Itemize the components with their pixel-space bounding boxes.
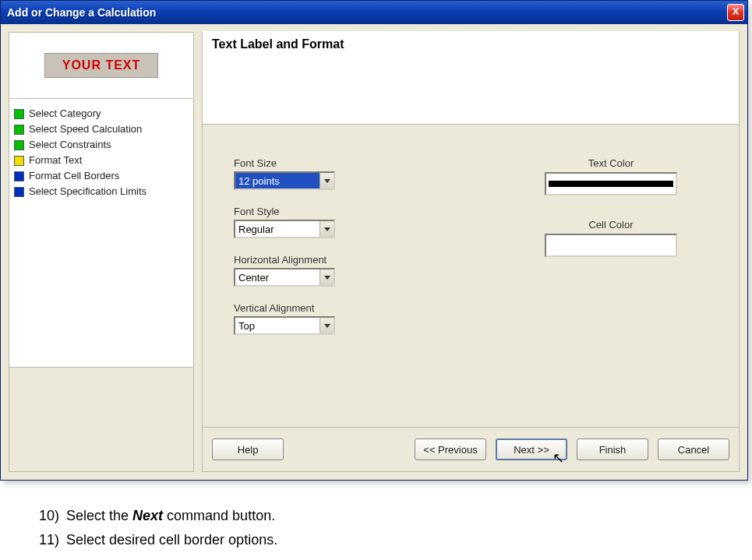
close-button[interactable]: X: [727, 4, 744, 21]
next-button[interactable]: Next >> ↖: [496, 438, 567, 460]
instruction-step: Select desired cell border options.: [39, 528, 752, 552]
wizard-step[interactable]: Select Constraints: [14, 138, 189, 152]
preview-text: YOUR TEXT: [44, 53, 159, 78]
dropdown-value: Top: [238, 320, 255, 332]
button-bar: Help << Previous Next >> ↖ Finish Cancel: [203, 427, 739, 471]
step-status-icon: [14, 109, 24, 119]
step-status-icon: [14, 125, 24, 135]
step-label: Select Specification Limits: [29, 185, 147, 199]
chevron-down-icon: [320, 269, 334, 285]
cell-color-field: Cell Color: [514, 219, 708, 257]
text-color-picker[interactable]: [545, 172, 677, 195]
form-right-col: Text Color Cell Color: [436, 157, 708, 411]
section-heading: Text Label and Format: [212, 37, 344, 51]
instruction-step: Select the Next command button.: [39, 504, 752, 528]
step-status-icon: [14, 171, 24, 181]
dialog-body: YOUR TEXT Select Category Select Speed C…: [1, 24, 747, 480]
v-align-dropdown[interactable]: Top: [234, 316, 335, 335]
dropdown-value: 12 points: [238, 175, 280, 187]
step-label: Select Constraints: [29, 138, 111, 152]
form-left-col: Font Size 12 points Font Style Regular: [234, 157, 436, 411]
chevron-down-icon: [320, 318, 334, 333]
finish-button[interactable]: Finish: [577, 438, 648, 460]
h-align-label: Horizontal Alignment: [234, 254, 436, 266]
font-size-dropdown[interactable]: 12 points: [234, 171, 335, 190]
wizard-steps-panel: Select Category Select Speed Calculation…: [9, 99, 194, 368]
help-button[interactable]: Help: [212, 438, 284, 460]
v-align-label: Vertical Alignment: [234, 302, 436, 314]
instruction-text: Select the Next command button. Select d…: [39, 504, 752, 551]
left-column: YOUR TEXT Select Category Select Speed C…: [9, 32, 194, 472]
cancel-button[interactable]: Cancel: [658, 438, 729, 460]
vertical-alignment-field: Vertical Alignment Top: [234, 302, 436, 335]
wizard-step[interactable]: Format Cell Borders: [14, 169, 189, 183]
cursor-icon: ↖: [553, 449, 564, 467]
step-label: Format Cell Borders: [29, 169, 119, 183]
step-label: Select Category: [29, 107, 101, 121]
wizard-step[interactable]: Format Text: [14, 153, 189, 167]
text-color-field: Text Color: [514, 157, 708, 195]
step-label: Format Text: [29, 153, 82, 167]
font-size-label: Font Size: [234, 157, 436, 169]
font-style-dropdown[interactable]: Regular: [234, 220, 335, 238]
step-status-icon: [14, 140, 24, 150]
text-color-sample: [549, 181, 673, 187]
section-header: Text Label and Format: [203, 31, 739, 125]
format-form: Font Size 12 points Font Style Regular: [203, 134, 739, 427]
previous-button[interactable]: << Previous: [415, 438, 486, 460]
chevron-down-icon: [320, 173, 334, 188]
dialog-window: Add or Change a Calculation X YOUR TEXT …: [0, 0, 748, 481]
font-style-field: Font Style Regular: [234, 206, 436, 238]
preview-panel: YOUR TEXT: [9, 32, 194, 99]
cell-color-label: Cell Color: [514, 219, 708, 231]
left-spacer: [9, 368, 194, 472]
dropdown-value: Center: [238, 272, 269, 284]
wizard-step[interactable]: Select Specification Limits: [14, 185, 189, 199]
wizard-step[interactable]: Select Category: [14, 107, 189, 121]
h-align-dropdown[interactable]: Center: [234, 268, 335, 287]
dropdown-value: Regular: [238, 224, 274, 235]
text-color-label: Text Color: [514, 157, 708, 169]
cell-color-picker[interactable]: [545, 234, 677, 257]
next-button-label: Next >>: [514, 444, 549, 456]
font-style-label: Font Style: [234, 206, 436, 217]
horizontal-alignment-field: Horizontal Alignment Center: [234, 254, 436, 287]
right-column: Text Label and Format Font Size 12 point…: [202, 32, 740, 472]
step-label: Select Speed Calculation: [29, 122, 142, 136]
step-status-icon: [14, 156, 24, 166]
wizard-step[interactable]: Select Speed Calculation: [14, 122, 189, 136]
chevron-down-icon: [320, 221, 334, 237]
font-size-field: Font Size 12 points: [234, 157, 436, 190]
step-status-icon: [14, 187, 24, 197]
window-title: Add or Change a Calculation: [7, 6, 156, 19]
titlebar: Add or Change a Calculation X: [1, 1, 747, 24]
